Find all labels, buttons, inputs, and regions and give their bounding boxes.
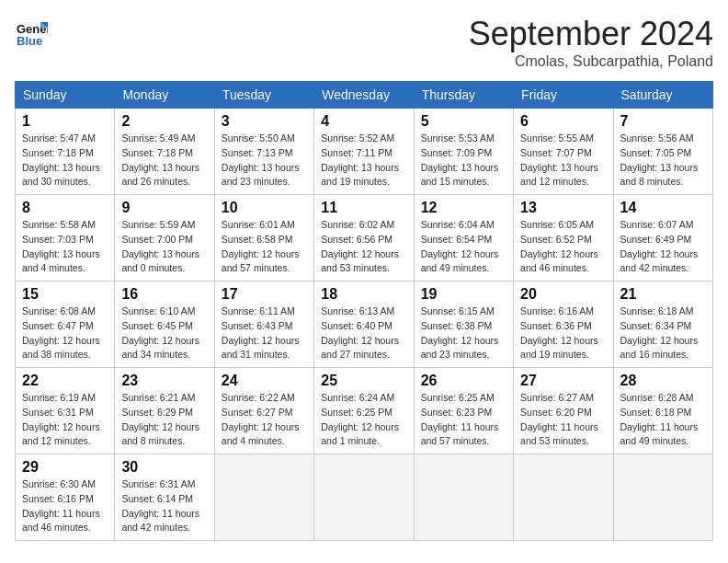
table-row: 3Sunrise: 5:50 AMSunset: 7:13 PMDaylight… [214, 109, 313, 195]
day-number: 27 [520, 373, 606, 389]
table-row: 22Sunrise: 6:19 AMSunset: 6:31 PMDayligh… [16, 368, 115, 454]
day-number: 12 [421, 200, 506, 216]
day-info: Sunrise: 6:05 AMSunset: 6:52 PMDaylight:… [520, 218, 606, 276]
day-info: Sunrise: 5:58 AMSunset: 7:03 PMDaylight:… [22, 218, 108, 276]
day-number: 2 [121, 113, 207, 130]
col-thursday: Thursday [414, 82, 513, 109]
day-number: 30 [121, 459, 207, 476]
day-number: 23 [121, 373, 207, 389]
day-number: 22 [22, 373, 108, 389]
table-row: 14Sunrise: 6:07 AMSunset: 6:49 PMDayligh… [613, 195, 712, 282]
table-row: 29Sunrise: 6:30 AMSunset: 6:16 PMDayligh… [16, 454, 115, 541]
month-title: September 2024 [469, 15, 713, 53]
logo: General Blue [15, 15, 51, 48]
table-row: 25Sunrise: 6:24 AMSunset: 6:25 PMDayligh… [314, 368, 414, 454]
day-info: Sunrise: 5:47 AMSunset: 7:18 PMDaylight:… [22, 132, 108, 190]
day-info: Sunrise: 6:10 AMSunset: 6:45 PMDaylight:… [121, 304, 207, 362]
table-row: 30Sunrise: 6:31 AMSunset: 6:14 PMDayligh… [115, 454, 214, 541]
calendar-week-row: 1Sunrise: 5:47 AMSunset: 7:18 PMDaylight… [16, 109, 713, 195]
calendar-week-row: 22Sunrise: 6:19 AMSunset: 6:31 PMDayligh… [16, 368, 713, 454]
day-info: Sunrise: 6:15 AMSunset: 6:38 PMDaylight:… [421, 304, 506, 362]
day-number: 14 [620, 200, 706, 216]
table-row: 20Sunrise: 6:16 AMSunset: 6:36 PMDayligh… [514, 282, 613, 368]
day-info: Sunrise: 5:53 AMSunset: 7:09 PMDaylight:… [421, 132, 506, 190]
day-number: 13 [520, 200, 606, 216]
day-info: Sunrise: 6:28 AMSunset: 6:18 PMDaylight:… [620, 391, 706, 449]
table-row: 9Sunrise: 5:59 AMSunset: 7:00 PMDaylight… [115, 195, 214, 282]
day-info: Sunrise: 6:16 AMSunset: 6:36 PMDaylight:… [520, 304, 606, 362]
col-friday: Friday [514, 82, 613, 109]
table-row: 28Sunrise: 6:28 AMSunset: 6:18 PMDayligh… [613, 368, 712, 454]
day-info: Sunrise: 5:49 AMSunset: 7:18 PMDaylight:… [121, 132, 207, 190]
col-wednesday: Wednesday [314, 82, 414, 109]
table-row: 16Sunrise: 6:10 AMSunset: 6:45 PMDayligh… [115, 282, 214, 368]
day-info: Sunrise: 5:52 AMSunset: 7:11 PMDaylight:… [321, 132, 406, 190]
day-number: 10 [222, 200, 307, 216]
table-row [214, 454, 313, 541]
calendar-week-row: 29Sunrise: 6:30 AMSunset: 6:16 PMDayligh… [16, 454, 713, 541]
day-number: 7 [620, 113, 706, 130]
table-row: 23Sunrise: 6:21 AMSunset: 6:29 PMDayligh… [115, 368, 214, 454]
day-info: Sunrise: 6:18 AMSunset: 6:34 PMDaylight:… [620, 304, 706, 362]
table-row: 17Sunrise: 6:11 AMSunset: 6:43 PMDayligh… [214, 282, 313, 368]
day-number: 25 [321, 373, 406, 389]
day-info: Sunrise: 6:04 AMSunset: 6:54 PMDaylight:… [421, 218, 506, 276]
col-saturday: Saturday [613, 82, 712, 109]
day-number: 16 [121, 286, 207, 303]
table-row: 18Sunrise: 6:13 AMSunset: 6:40 PMDayligh… [314, 282, 414, 368]
table-row: 8Sunrise: 5:58 AMSunset: 7:03 PMDaylight… [16, 195, 115, 282]
logo-icon: General Blue [15, 15, 48, 48]
table-row: 2Sunrise: 5:49 AMSunset: 7:18 PMDaylight… [115, 109, 214, 195]
table-row: 11Sunrise: 6:02 AMSunset: 6:56 PMDayligh… [314, 195, 414, 282]
day-number: 24 [222, 373, 307, 389]
calendar-header-row: Sunday Monday Tuesday Wednesday Thursday… [16, 82, 713, 109]
day-number: 11 [321, 200, 406, 216]
table-row: 19Sunrise: 6:15 AMSunset: 6:38 PMDayligh… [414, 282, 513, 368]
day-number: 6 [520, 113, 606, 130]
day-info: Sunrise: 6:27 AMSunset: 6:20 PMDaylight:… [520, 391, 606, 449]
day-info: Sunrise: 5:50 AMSunset: 7:13 PMDaylight:… [222, 132, 307, 190]
table-row: 15Sunrise: 6:08 AMSunset: 6:47 PMDayligh… [16, 282, 115, 368]
day-info: Sunrise: 6:13 AMSunset: 6:40 PMDaylight:… [321, 304, 406, 362]
day-info: Sunrise: 6:22 AMSunset: 6:27 PMDaylight:… [222, 391, 307, 449]
table-row [414, 454, 513, 541]
day-number: 20 [520, 286, 606, 303]
table-row: 24Sunrise: 6:22 AMSunset: 6:27 PMDayligh… [214, 368, 313, 454]
day-number: 8 [22, 200, 108, 216]
table-row [613, 454, 712, 541]
calendar-table: Sunday Monday Tuesday Wednesday Thursday… [15, 81, 713, 541]
table-row: 26Sunrise: 6:25 AMSunset: 6:23 PMDayligh… [414, 368, 513, 454]
table-row: 13Sunrise: 6:05 AMSunset: 6:52 PMDayligh… [514, 195, 613, 282]
day-info: Sunrise: 5:55 AMSunset: 7:07 PMDaylight:… [520, 132, 606, 190]
col-tuesday: Tuesday [214, 82, 313, 109]
day-info: Sunrise: 6:19 AMSunset: 6:31 PMDaylight:… [22, 391, 108, 449]
day-info: Sunrise: 6:31 AMSunset: 6:14 PMDaylight:… [121, 477, 207, 535]
table-row: 1Sunrise: 5:47 AMSunset: 7:18 PMDaylight… [16, 109, 115, 195]
table-row [514, 454, 613, 541]
day-info: Sunrise: 6:02 AMSunset: 6:56 PMDaylight:… [321, 218, 406, 276]
day-info: Sunrise: 6:30 AMSunset: 6:16 PMDaylight:… [22, 477, 108, 535]
title-section: September 2024 Cmolas, Subcarpathia, Pol… [469, 15, 713, 70]
day-number: 4 [321, 113, 406, 130]
table-row: 4Sunrise: 5:52 AMSunset: 7:11 PMDaylight… [314, 109, 414, 195]
day-number: 21 [620, 286, 706, 303]
calendar-week-row: 8Sunrise: 5:58 AMSunset: 7:03 PMDaylight… [16, 195, 713, 282]
col-sunday: Sunday [16, 82, 115, 109]
table-row: 5Sunrise: 5:53 AMSunset: 7:09 PMDaylight… [414, 109, 513, 195]
calendar-week-row: 15Sunrise: 6:08 AMSunset: 6:47 PMDayligh… [16, 282, 713, 368]
header: General Blue September 2024 Cmolas, Subc… [15, 15, 713, 70]
table-row: 27Sunrise: 6:27 AMSunset: 6:20 PMDayligh… [514, 368, 613, 454]
table-row: 6Sunrise: 5:55 AMSunset: 7:07 PMDaylight… [514, 109, 613, 195]
col-monday: Monday [115, 82, 214, 109]
day-number: 26 [421, 373, 506, 389]
day-info: Sunrise: 6:25 AMSunset: 6:23 PMDaylight:… [421, 391, 506, 449]
day-info: Sunrise: 5:59 AMSunset: 7:00 PMDaylight:… [121, 218, 207, 276]
day-number: 18 [321, 286, 406, 303]
svg-text:Blue: Blue [17, 34, 42, 48]
day-number: 29 [22, 459, 108, 476]
table-row [314, 454, 414, 541]
day-info: Sunrise: 6:11 AMSunset: 6:43 PMDaylight:… [222, 304, 307, 362]
day-number: 5 [421, 113, 506, 130]
day-info: Sunrise: 6:21 AMSunset: 6:29 PMDaylight:… [121, 391, 207, 449]
day-info: Sunrise: 5:56 AMSunset: 7:05 PMDaylight:… [620, 132, 706, 190]
